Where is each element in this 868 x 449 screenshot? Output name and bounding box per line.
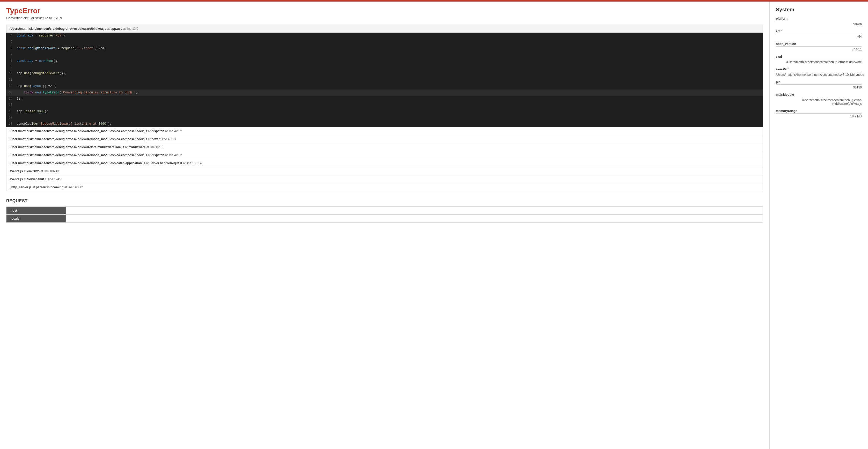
stack-frame-1: /Users/matthiskheimensen/src/debug-error… — [6, 127, 763, 135]
system-divider-cwd — [776, 59, 862, 59]
main-layout: TypeError Converting circular structure … — [0, 2, 868, 449]
system-divider-memoryusage — [776, 113, 862, 114]
system-item-arch: arch x64 — [776, 30, 862, 38]
stack-frame-7: events.js at Server.emit at line 194:7 — [6, 175, 763, 183]
system-divider-platform — [776, 21, 862, 21]
at-function: app.use — [111, 27, 122, 31]
system-label-cwd: cwd — [776, 55, 862, 59]
stack-frame-3: /Users/matthiskheimensen/src/debug-error… — [6, 143, 763, 151]
request-value-host — [66, 207, 763, 215]
request-section-title: REQUEST — [6, 199, 763, 203]
code-line-9: 9 — [6, 64, 763, 70]
left-panel: TypeError Converting circular structure … — [0, 2, 770, 449]
request-row-host: host — [6, 207, 763, 215]
code-line-8: 8 const app = new Koa(); — [6, 58, 763, 64]
system-item-cwd: cwd /Users/matthiskheimensen/src/debug-e… — [776, 55, 862, 64]
right-panel: System platform darwin arch x64 node_ver… — [770, 2, 868, 449]
system-value-execpath: /Users/matthiskheimensen/.nvm/versions/n… — [776, 73, 862, 76]
code-line-15: 15 — [6, 102, 763, 108]
code-line-18: 18 console.log('[debugMiddleware] listin… — [6, 121, 763, 127]
system-value-cwd: /Users/matthiskheimensen/src/debug-error… — [776, 60, 862, 64]
system-item-platform: platform darwin — [776, 17, 862, 26]
code-line-16: 16 app.listen(3000); — [6, 108, 763, 115]
system-divider-mainmodule — [776, 97, 862, 97]
line-info: at line 13:9 — [123, 27, 138, 31]
stack-frame-4: /Users/matthiskheimensen/src/debug-error… — [6, 151, 763, 159]
system-value-arch: x64 — [776, 35, 862, 38]
system-item-mainmodule: mainModule /Users/matthiskheimensen/src/… — [776, 93, 862, 105]
code-line-13: 13 throw new TypeError('Converting circu… — [6, 90, 763, 96]
request-key-host: host — [6, 207, 66, 215]
system-item-pid: pid 98130 — [776, 80, 862, 89]
system-label-memoryusage: memoryUsage — [776, 109, 862, 113]
system-item-execpath: execPath /Users/matthiskheimensen/.nvm/v… — [776, 67, 862, 76]
stack-trace: /Users/matthiskheimensen/src/debug-error… — [6, 127, 763, 191]
system-value-platform: darwin — [776, 22, 862, 26]
code-line-14: 14 }); — [6, 96, 763, 102]
system-label-mainmodule: mainModule — [776, 93, 862, 96]
code-line-6: 6 const debugMiddleware = require('../in… — [6, 45, 763, 52]
stack-frame-6: events.js at emitTwo at line 106:13 — [6, 167, 763, 175]
code-line-17: 17 — [6, 115, 763, 121]
system-value-node-version: v7.10.1 — [776, 47, 862, 51]
error-type: TypeError — [6, 7, 763, 15]
system-label-execpath: execPath — [776, 67, 862, 71]
system-divider-node-version — [776, 46, 862, 46]
system-item-node-version: node_version v7.10.1 — [776, 42, 862, 51]
code-line-10: 10 app.use(debugMiddleware()); — [6, 70, 763, 76]
code-line-4: 4 const Koa = require('koa'); — [6, 33, 763, 39]
system-value-pid: 98130 — [776, 86, 862, 89]
request-table: host locale — [6, 206, 763, 223]
request-key-locale: locale — [6, 215, 66, 222]
system-value-mainmodule: /Users/matthiskheimensen/src/debug-error… — [776, 98, 862, 105]
system-item-memoryusage: memoryUsage 18.9 MB — [776, 109, 862, 118]
system-label-pid: pid — [776, 80, 862, 84]
code-line-7: 7 — [6, 52, 763, 58]
file-location: /Users/matthiskheimensen/src/debug-error… — [6, 25, 763, 33]
system-divider-arch — [776, 34, 862, 34]
error-message: Converting circular structure to JSON — [6, 16, 763, 20]
request-row-locale: locale — [6, 215, 763, 222]
code-line-11: 11 — [6, 77, 763, 83]
file-path: /Users/matthiskheimensen/src/debug-error… — [9, 27, 106, 31]
code-line-12: 12 app.use(async () => { — [6, 83, 763, 89]
at-label: at — [107, 27, 111, 31]
system-label-arch: arch — [776, 30, 862, 33]
request-value-locale — [66, 215, 763, 222]
stack-frame-2: /Users/matthiskheimensen/src/debug-error… — [6, 135, 763, 143]
system-label-node-version: node_version — [776, 42, 862, 46]
code-line-5: 5 — [6, 39, 763, 45]
code-block: 4 const Koa = require('koa'); 5 6 const … — [6, 33, 763, 127]
stack-frame-8: _http_server.js at parserOnIncoming at l… — [6, 183, 763, 191]
stack-frame-5: /Users/matthiskheimensen/src/debug-error… — [6, 159, 763, 167]
system-value-memoryusage: 18.9 MB — [776, 115, 862, 118]
system-title: System — [776, 7, 862, 13]
system-divider-pid — [776, 84, 862, 85]
system-label-platform: platform — [776, 17, 862, 21]
